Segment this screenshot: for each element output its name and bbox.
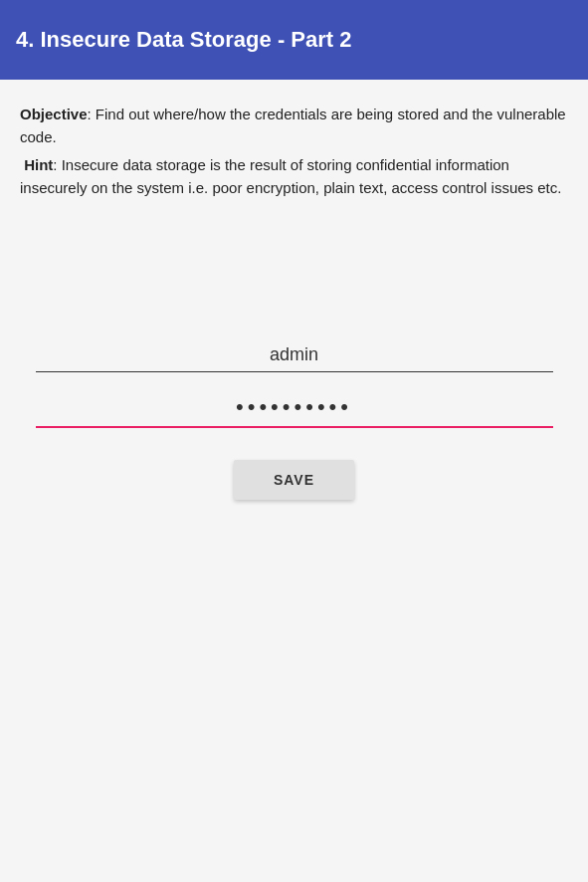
password-wrapper <box>36 388 553 428</box>
page-title: 4. Insecure Data Storage - Part 2 <box>16 26 351 55</box>
password-input[interactable] <box>36 388 553 428</box>
objective-text: : Find out where/how the credentials are… <box>20 106 566 145</box>
save-button[interactable]: SAVE <box>234 460 354 500</box>
username-wrapper <box>36 338 553 372</box>
page-header: 4. Insecure Data Storage - Part 2 <box>0 0 588 80</box>
hint-text: : Insecure data storage is the result of… <box>20 156 561 196</box>
description-block: Objective: Find out where/how the creden… <box>20 104 568 199</box>
hint-label: Hint <box>24 156 53 173</box>
objective-label: Objective <box>20 106 88 122</box>
objective-paragraph: Objective: Find out where/how the creden… <box>20 104 568 148</box>
hint-paragraph: Hint: Insecure data storage is the resul… <box>20 154 568 199</box>
main-content: Objective: Find out where/how the creden… <box>0 80 588 882</box>
username-input[interactable] <box>36 338 553 372</box>
login-form: SAVE <box>20 338 568 500</box>
